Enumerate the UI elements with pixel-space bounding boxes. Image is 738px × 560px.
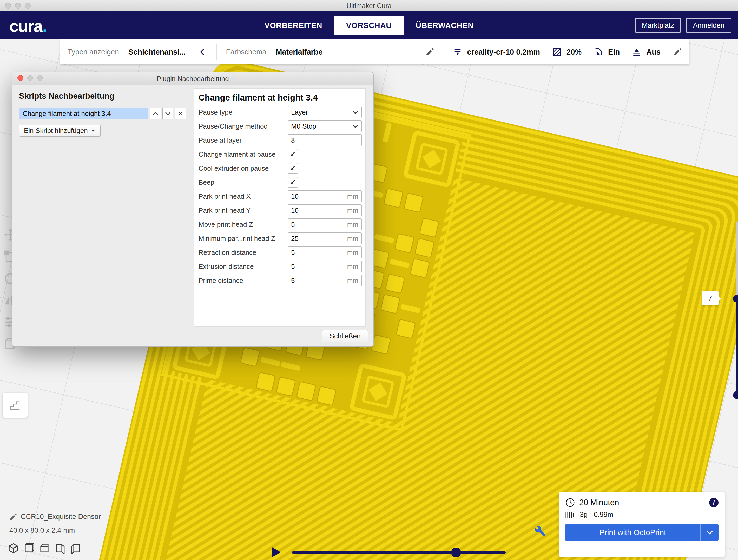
rename-model-pencil-icon[interactable] — [9, 513, 17, 521]
close-dialog-button[interactable]: Schließen — [322, 330, 368, 342]
material-usage-icon — [565, 511, 576, 519]
add-script-button[interactable]: Ein Skript hinzufügen — [19, 125, 100, 137]
field-label: Park print head Y — [199, 206, 288, 214]
adhesion-value[interactable]: Aus — [646, 48, 661, 56]
field-input[interactable]: 5mm — [288, 246, 362, 258]
field-row: Park print head X10mm — [195, 189, 365, 203]
field-dropdown[interactable]: M0 Stop — [288, 120, 362, 132]
field-label: Minimum par...rint head Z — [199, 234, 288, 242]
field-label: Pause at layer — [199, 136, 288, 144]
field-checkbox[interactable]: ✓ — [288, 149, 298, 159]
infill-value[interactable]: 20% — [567, 48, 582, 56]
unit-label: mm — [347, 192, 358, 200]
sign-in-button[interactable]: Anmelden — [686, 18, 731, 33]
infill-icon — [552, 48, 561, 56]
field-label: Beep — [199, 178, 288, 186]
model-info: CCR10_Exquisite Densor 40.0 x 80.0 x 2.4… — [9, 513, 101, 535]
print-options-chevron[interactable] — [700, 524, 719, 541]
field-input[interactable]: 5mm — [288, 260, 362, 272]
edit-print-settings-pencil-icon[interactable] — [673, 48, 682, 56]
field-input[interactable]: 10mm — [288, 204, 362, 216]
chevron-left-icon[interactable] — [198, 48, 207, 56]
chevron-down-icon — [352, 124, 358, 128]
field-row: Retraction distance5mm — [195, 245, 365, 259]
scripts-heading: Skripts Nachbearbeitung — [19, 91, 114, 101]
view-type-value[interactable]: Schichtenansi... — [128, 48, 186, 56]
chevron-down-icon — [706, 530, 713, 535]
object-front-icon[interactable] — [23, 543, 34, 554]
clock-icon — [565, 498, 575, 508]
move-script-down-button[interactable] — [162, 107, 173, 119]
field-input[interactable]: 5mm — [288, 274, 362, 287]
field-input[interactable]: 5mm — [288, 218, 362, 230]
field-row: Extrusion distance5mm — [195, 259, 365, 273]
object-solid-icon[interactable] — [8, 543, 19, 554]
material-usage: 3g · 0.99m — [580, 511, 613, 519]
field-dropdown[interactable]: Layer — [288, 106, 362, 118]
printer-nozzle-icon — [453, 48, 462, 56]
window-title: Ultimaker Cura — [0, 0, 738, 11]
chevron-down-icon — [352, 110, 358, 114]
unit-label: mm — [347, 248, 358, 256]
tab-ueberwachen[interactable]: ÜBERWACHEN — [404, 11, 486, 39]
field-row: Park print head Y10mm — [195, 203, 365, 217]
print-settings-wrench-icon[interactable] — [534, 525, 546, 537]
field-checkbox[interactable]: ✓ — [288, 163, 298, 173]
unit-label: mm — [347, 220, 358, 228]
unit-label: mm — [347, 234, 358, 242]
timeline-slider[interactable] — [292, 551, 506, 554]
field-label: Move print head Z — [199, 220, 288, 228]
script-settings-rows: Pause typeLayerPause/Change methodM0 Sto… — [195, 105, 365, 288]
dialog-titlebar[interactable]: Plugin Nachbearbeitung — [12, 72, 373, 85]
move-script-up-button[interactable] — [150, 107, 161, 119]
unit-label: mm — [347, 262, 358, 270]
field-row: Change filament at pause✓ — [195, 147, 365, 161]
field-input[interactable]: 8 — [288, 134, 362, 146]
script-settings-heading: Change filament at height 3.4 — [195, 89, 365, 105]
field-row: Move print head Z5mm — [195, 217, 365, 231]
field-row: Minimum par...rint head Z25mm — [195, 231, 365, 245]
print-time: 20 Minuten — [579, 498, 705, 507]
support-value[interactable]: Ein — [608, 48, 620, 56]
field-row: Pause at layer8 — [195, 133, 365, 147]
info-icon[interactable]: i — [709, 498, 719, 507]
field-row: Cool extruder on pause✓ — [195, 161, 365, 175]
stage-tabs: VORBEREITEN VORSCHAU ÜBERWACHEN — [253, 11, 486, 39]
object-list-panel[interactable] — [3, 393, 28, 418]
model-size: 40.0 x 80.0 x 2.4 mm — [9, 527, 101, 535]
field-label: Cool extruder on pause — [199, 164, 288, 172]
field-label: Prime distance — [199, 276, 288, 285]
adhesion-icon — [632, 48, 641, 56]
field-input[interactable]: 10mm — [288, 190, 362, 202]
edit-view-pencil-icon[interactable] — [425, 48, 434, 56]
timeline-slider-handle[interactable] — [451, 548, 461, 557]
marketplace-button[interactable]: Marktplatz — [635, 18, 681, 33]
field-label: Pause type — [199, 108, 288, 116]
field-row: Pause/Change methodM0 Stop — [195, 119, 365, 133]
print-summary-panel: 20 Minuten i 3g · 0.99m Print with OctoP… — [559, 492, 725, 557]
play-icon[interactable] — [272, 547, 281, 557]
field-label: Park print head X — [199, 192, 288, 200]
cura-logo: cura. — [9, 17, 46, 36]
object-top-icon[interactable] — [39, 543, 50, 554]
selected-script-item[interactable]: Change filament at height 3.4 — [19, 107, 148, 119]
unit-label: mm — [347, 206, 358, 214]
object-right-icon[interactable] — [70, 543, 81, 554]
printer-profile[interactable]: creality-cr-10 0.2mm — [467, 48, 540, 56]
chevron-down-icon — [91, 129, 96, 132]
object-left-icon[interactable] — [55, 543, 65, 554]
layers-stairs-icon — [8, 399, 22, 412]
script-settings-panel: Change filament at height 3.4 Pause type… — [194, 88, 366, 327]
field-label: Change filament at pause — [199, 150, 288, 158]
color-scheme-value[interactable]: Materialfarbe — [276, 48, 323, 56]
tab-vorschau[interactable]: VORSCHAU — [334, 16, 404, 35]
field-row: Pause typeLayer — [195, 105, 365, 119]
field-input[interactable]: 25mm — [288, 232, 362, 244]
field-checkbox[interactable]: ✓ — [288, 177, 298, 187]
app-header: cura. VORBEREITEN VORSCHAU ÜBERWACHEN Ma… — [0, 11, 738, 39]
layer-slider-range — [736, 299, 738, 395]
remove-script-button[interactable]: × — [175, 107, 186, 119]
layer-number-tooltip: 7 — [702, 291, 719, 306]
print-with-octoprint-button[interactable]: Print with OctoPrint — [565, 524, 719, 541]
tab-vorbereiten[interactable]: VORBEREITEN — [253, 11, 334, 39]
